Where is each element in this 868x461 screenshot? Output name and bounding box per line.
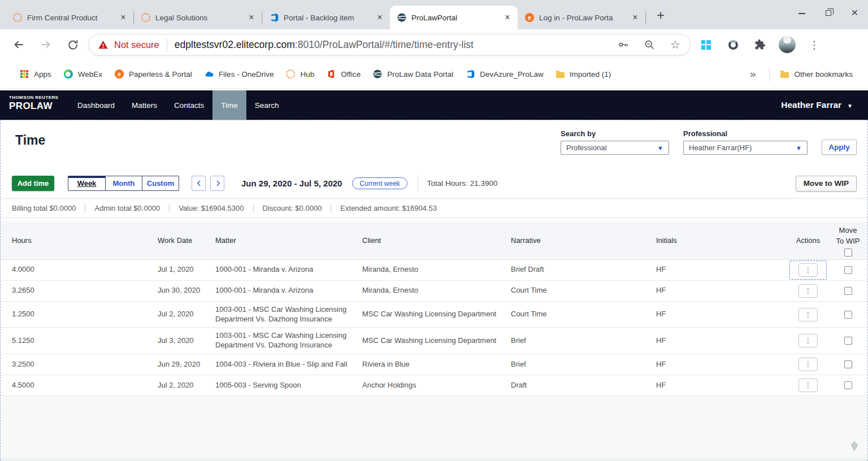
tab-title: Legal Solutions [155, 14, 241, 22]
row-actions-button[interactable]: ⋮ [798, 334, 818, 347]
row-actions-button[interactable]: ⋮ [798, 263, 818, 277]
back-button[interactable] [7, 33, 31, 56]
nav-item-contacts[interactable]: Contacts [166, 90, 212, 120]
row-actions-button[interactable]: ⋮ [798, 284, 818, 298]
browser-tab[interactable]: Legal Solutions× [134, 6, 262, 29]
nav-item-time[interactable]: Time [212, 90, 246, 120]
password-key-button[interactable] [613, 35, 633, 54]
nav-item-dashboard[interactable]: Dashboard [69, 90, 123, 120]
tab-close-icon[interactable]: × [118, 12, 129, 23]
bookmarks-divider [769, 67, 770, 81]
column-header-matter[interactable]: Matter [215, 236, 362, 245]
view-tab-custom[interactable]: Custom [142, 176, 179, 190]
row-wip-checkbox[interactable] [844, 337, 852, 345]
column-header-hours[interactable]: Hours [1, 236, 158, 245]
feedback-gem-icon[interactable] [849, 441, 860, 452]
not-secure-label: Not secure [114, 40, 159, 50]
browser-tab[interactable]: eLog in - ProLaw Porta× [518, 6, 645, 29]
row-actions-button[interactable]: ⋮ [798, 358, 818, 371]
column-header-move-to-wip: Move To WIP [827, 221, 868, 259]
cell-client: MSC Car Washing Licensing Department [362, 333, 511, 349]
windows-logo-icon [701, 40, 711, 50]
column-header-client[interactable]: Client [362, 236, 511, 245]
zoom-button[interactable] [639, 35, 659, 54]
row-wip-checkbox[interactable] [844, 266, 852, 274]
bookmark-item[interactable]: Office [320, 66, 367, 82]
next-week-button[interactable] [210, 176, 224, 191]
prolaw-brand[interactable]: THOMSON REUTERS PROLAW [0, 90, 69, 120]
bookmark-item[interactable]: WebEx [58, 66, 108, 82]
onedrive-icon [205, 69, 214, 79]
row-wip-checkbox[interactable] [844, 311, 852, 319]
select-all-wip-checkbox[interactable] [844, 249, 852, 256]
other-bookmarks-button[interactable]: Other bookmarks [774, 67, 859, 82]
row-wip-checkbox[interactable] [844, 381, 852, 389]
row-actions-button[interactable]: ⋮ [798, 379, 818, 392]
add-time-button[interactable]: Add time [12, 176, 54, 191]
address-bar[interactable]: Not secure edpltestsvr02.elitecorp.com:8… [88, 34, 691, 55]
nav-item-search[interactable]: Search [246, 90, 288, 120]
forward-button[interactable] [34, 33, 58, 56]
tab-close-icon[interactable]: × [630, 12, 641, 23]
view-tab-week[interactable]: Week [68, 176, 105, 190]
cell-work-date: Jul 3, 2020 [158, 333, 215, 349]
browser-toolbar: Not secure edpltestsvr02.elitecorp.com:8… [0, 29, 868, 60]
previous-week-button[interactable] [192, 176, 206, 191]
tab-list: Firm Central Product×Legal Solutions×Por… [6, 6, 646, 29]
bookmarks-overflow-chevron[interactable]: » [741, 68, 765, 80]
actions-focus-ring: ⋮ [789, 281, 827, 301]
bookmark-list: AppsWebExePaperless & PortalFiles - OneD… [14, 66, 617, 82]
new-tab-button[interactable]: + [650, 5, 671, 25]
browser-tab-active[interactable]: ProLawPortal× [390, 6, 518, 29]
bookmark-item[interactable]: ProLaw Data Portal [367, 66, 459, 82]
profile-button[interactable] [775, 33, 799, 56]
cell-move-to-wip [827, 311, 868, 319]
windows-extension-button[interactable] [694, 33, 718, 56]
reload-button[interactable] [61, 33, 85, 56]
bookmark-item[interactable]: Apps [14, 66, 58, 82]
url-host: edpltestsvr02.elitecorp.com [175, 39, 295, 50]
bookmark-item[interactable]: ePaperless & Portal [108, 66, 198, 82]
user-menu[interactable]: Heather Farrar ▼ [781, 90, 868, 120]
nav-item-matters[interactable]: Matters [123, 90, 166, 120]
window-restore-button[interactable] [815, 0, 841, 24]
bookmark-item[interactable]: Imported (1) [550, 67, 618, 82]
tab-close-icon[interactable]: × [374, 12, 385, 23]
window-minimize-button[interactable] [788, 0, 815, 24]
window-controls: × [788, 0, 868, 24]
move-to-wip-button[interactable]: Move to WIP [796, 176, 857, 192]
cell-hours: 4.5000 [1, 377, 158, 394]
row-actions-button[interactable]: ⋮ [798, 308, 818, 321]
search-by-select[interactable]: Professional ▼ [561, 141, 669, 155]
window-close-button[interactable]: × [841, 0, 868, 24]
column-header-narrative[interactable]: Narrative [511, 236, 656, 245]
actions-focus-ring: ⋮ [789, 260, 827, 280]
prolaw-globe-icon [373, 69, 382, 79]
bookmark-item[interactable]: Hub [280, 66, 320, 82]
browser-tab[interactable]: Portal - Backlog item× [262, 6, 390, 29]
extensions-button[interactable] [748, 33, 772, 56]
column-header-initials[interactable]: Initials [656, 236, 789, 245]
bookmark-star-button[interactable]: ☆ [665, 35, 685, 54]
bookmark-item[interactable]: Files - OneDrive [198, 66, 280, 82]
professional-select[interactable]: Heather Farrar(HF) ▼ [683, 141, 808, 155]
view-tab-month[interactable]: Month [105, 176, 142, 190]
bookmark-item[interactable]: DevAzure_ProLaw [459, 66, 550, 82]
cell-actions: ⋮ [789, 376, 827, 395]
elite-icon: e [525, 13, 534, 22]
forward-icon [40, 38, 52, 51]
kebab-menu-icon: ⋮ [805, 288, 811, 294]
browser-tab[interactable]: Firm Central Product× [6, 6, 133, 29]
current-week-pill[interactable]: Current week [352, 177, 407, 189]
row-wip-checkbox[interactable] [844, 287, 852, 295]
chrome-menu-button[interactable]: ⋮ [802, 33, 826, 56]
cell-actions: ⋮ [789, 331, 827, 350]
column-header-work-date[interactable]: Work Date [158, 236, 215, 245]
time-entry-row: 5.1250Jul 3, 20201003-001 - MSC Car Wash… [1, 328, 867, 354]
tab-close-icon[interactable]: × [502, 12, 513, 23]
row-wip-checkbox[interactable] [844, 360, 852, 368]
tab-close-icon[interactable]: × [246, 12, 257, 23]
ring-extension-button[interactable] [721, 33, 745, 56]
apply-button[interactable]: Apply [822, 140, 857, 155]
chevron-left-icon [196, 180, 203, 187]
